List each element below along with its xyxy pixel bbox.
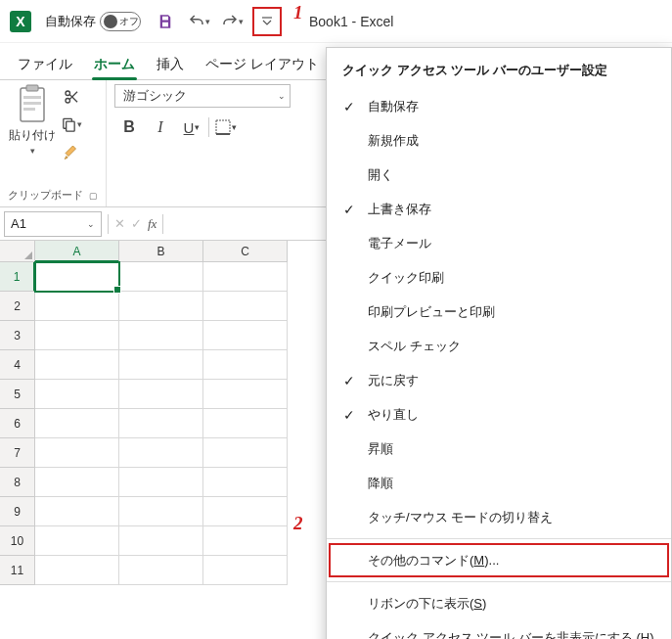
cell[interactable]	[119, 292, 203, 321]
menu-item[interactable]: 印刷プレビューと印刷	[327, 295, 671, 329]
cell[interactable]	[119, 556, 203, 585]
row-header[interactable]: 4	[0, 350, 35, 380]
customize-qat-menu: クイック アクセス ツール バーのユーザー設定 ✓自動保存新規作成開く✓上書き保…	[326, 47, 672, 639]
tab-home[interactable]: ホーム	[84, 50, 145, 79]
cell[interactable]	[119, 468, 203, 497]
cancel-formula-icon[interactable]: ✕	[114, 216, 125, 231]
cell[interactable]	[35, 409, 119, 438]
cell[interactable]	[203, 292, 288, 321]
cell[interactable]	[203, 380, 288, 409]
cell[interactable]	[35, 438, 119, 468]
cell[interactable]	[35, 556, 119, 585]
row-header[interactable]: 5	[0, 380, 35, 409]
save-button[interactable]	[153, 9, 178, 34]
tab-file[interactable]: ファイル	[8, 50, 82, 79]
svg-rect-3	[23, 96, 41, 99]
cell[interactable]	[203, 468, 288, 497]
cell[interactable]	[203, 262, 288, 292]
column-header[interactable]: B	[119, 241, 203, 262]
cut-button[interactable]	[61, 86, 82, 108]
column-header[interactable]: A	[35, 241, 119, 262]
row-header[interactable]: 7	[0, 438, 35, 468]
menu-item[interactable]: 降順	[327, 466, 671, 500]
menu-item-show-below-ribbon[interactable]: リボンの下に表示(S)	[327, 586, 671, 620]
menu-item[interactable]: ✓自動保存	[327, 89, 671, 123]
cell[interactable]	[35, 292, 119, 321]
enter-formula-icon[interactable]: ✓	[131, 216, 142, 231]
menu-item[interactable]: 開く	[327, 158, 671, 192]
cell[interactable]	[203, 409, 288, 438]
menu-item[interactable]: 電子メール	[327, 226, 671, 260]
menu-item[interactable]: タッチ/マウス モードの切り替え	[327, 500, 671, 534]
underline-button[interactable]: U▾	[177, 114, 206, 141]
cell[interactable]	[119, 380, 203, 409]
cell[interactable]	[203, 350, 288, 380]
borders-button[interactable]: ▾	[211, 114, 241, 141]
row-header[interactable]: 6	[0, 409, 35, 438]
select-all-corner[interactable]	[0, 241, 35, 262]
cell[interactable]	[119, 321, 203, 350]
cell[interactable]	[119, 262, 203, 292]
menu-item-hide-qat[interactable]: クイック アクセス ツール バーを非表示にする (H)	[327, 620, 671, 639]
menu-item[interactable]: 昇順	[327, 432, 671, 466]
undo-button[interactable]: ▾	[186, 9, 211, 34]
cell[interactable]	[203, 321, 288, 350]
autosave-toggle[interactable]: 自動保存 オフ	[45, 12, 141, 31]
clipboard-dialog-launcher[interactable]: ▢	[89, 191, 98, 201]
check-icon: ✓	[340, 202, 358, 217]
cell[interactable]	[35, 468, 119, 497]
toggle-off-icon: オフ	[100, 12, 141, 31]
cell[interactable]	[203, 526, 288, 556]
row-header[interactable]: 10	[0, 526, 35, 556]
menu-item-label: 自動保存	[368, 98, 419, 115]
cell[interactable]	[35, 380, 119, 409]
cell[interactable]	[35, 321, 119, 350]
row-header[interactable]: 9	[0, 497, 35, 526]
font-name-selector[interactable]: 游ゴシック ⌄	[114, 84, 291, 108]
cell[interactable]	[35, 497, 119, 526]
svg-rect-5	[23, 108, 35, 111]
menu-item[interactable]: ✓上書き保存	[327, 192, 671, 226]
tab-insert[interactable]: 挿入	[147, 50, 194, 79]
format-painter-button[interactable]	[61, 141, 82, 162]
row-header[interactable]: 2	[0, 292, 35, 321]
cell[interactable]	[119, 526, 203, 556]
menu-item[interactable]: 新規作成	[327, 123, 671, 158]
tab-page-layout[interactable]: ページ レイアウト	[196, 50, 329, 79]
divider	[108, 214, 109, 234]
cell[interactable]	[119, 350, 203, 380]
menu-item[interactable]: ✓元に戻す	[327, 363, 671, 397]
cell[interactable]	[203, 438, 288, 468]
menu-item-label: 電子メール	[368, 235, 431, 252]
customize-qat-button[interactable]	[252, 7, 282, 36]
menu-item-more-commands[interactable]: その他のコマンド(M)...	[329, 543, 669, 577]
italic-button[interactable]: I	[146, 114, 175, 141]
menu-item[interactable]: クイック印刷	[327, 260, 671, 295]
cell[interactable]	[35, 350, 119, 380]
row-header[interactable]: 3	[0, 321, 35, 350]
cell[interactable]	[119, 438, 203, 468]
cell[interactable]	[119, 497, 203, 526]
svg-rect-2	[26, 85, 38, 91]
bold-button[interactable]: B	[114, 114, 144, 141]
name-box[interactable]: A1 ⌄	[4, 211, 102, 237]
insert-function-button[interactable]: fx	[148, 216, 157, 232]
menu-item[interactable]: ✓やり直し	[327, 397, 671, 432]
menu-item[interactable]: スペル チェック	[327, 329, 671, 363]
copy-button[interactable]: ▾	[61, 114, 82, 135]
row-header[interactable]: 11	[0, 556, 35, 585]
chevron-down-bar-icon	[256, 11, 278, 32]
row-header[interactable]: 8	[0, 468, 35, 497]
name-box-value: A1	[11, 216, 26, 231]
paste-button[interactable]: 貼り付け ▾	[8, 84, 57, 162]
cell[interactable]	[35, 526, 119, 556]
column-header[interactable]: C	[203, 241, 288, 262]
row-header[interactable]: 1	[0, 262, 35, 292]
menu-item-label: クイック印刷	[368, 269, 444, 287]
chevron-down-icon: ▾	[30, 146, 35, 156]
cell[interactable]	[119, 409, 203, 438]
cell[interactable]	[203, 497, 288, 526]
cell[interactable]	[203, 556, 288, 585]
cell[interactable]	[35, 262, 119, 292]
redo-button[interactable]: ▾	[219, 9, 245, 34]
